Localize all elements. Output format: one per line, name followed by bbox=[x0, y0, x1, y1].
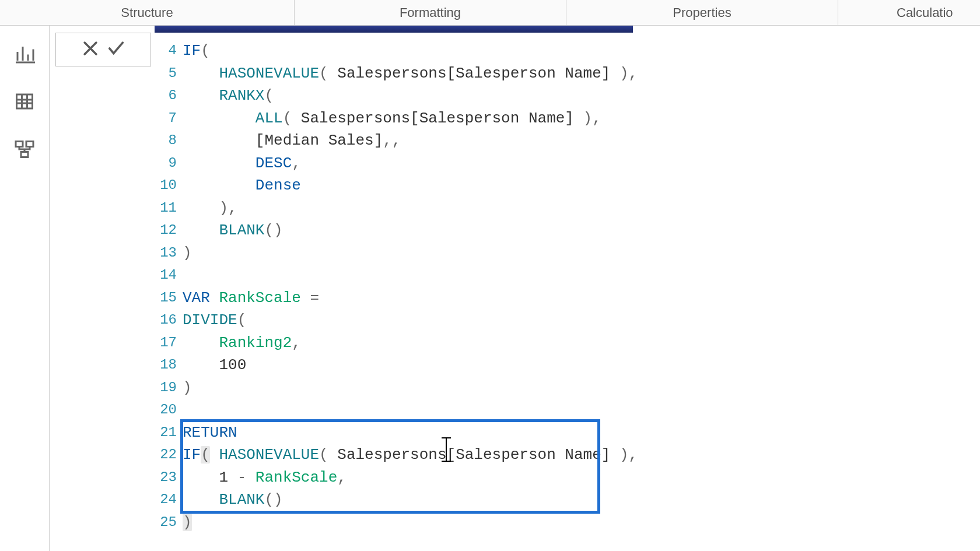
bar-chart-icon[interactable] bbox=[14, 43, 35, 64]
svg-rect-0 bbox=[17, 94, 33, 108]
code-line[interactable]: 1 - RankScale, bbox=[180, 466, 980, 489]
code-line[interactable]: BLANK() bbox=[180, 489, 980, 511]
code-line[interactable]: VAR RankScale = bbox=[180, 287, 980, 310]
line-number: 10 bbox=[155, 174, 180, 197]
svg-rect-3 bbox=[21, 152, 28, 157]
tab-calculation[interactable]: Calculatio bbox=[838, 0, 980, 25]
line-number: 9 bbox=[155, 152, 180, 175]
close-icon[interactable] bbox=[80, 38, 100, 61]
code-line[interactable]: Dense bbox=[180, 174, 980, 197]
code-line[interactable] bbox=[180, 264, 980, 287]
code-line[interactable] bbox=[180, 399, 980, 422]
code-line[interactable]: RANKX( bbox=[180, 85, 980, 107]
line-number: 11 bbox=[155, 197, 180, 220]
line-number: 18 bbox=[155, 354, 180, 377]
ribbon-active-strip bbox=[155, 26, 633, 33]
code-line[interactable]: ) bbox=[180, 511, 980, 534]
code-line[interactable]: RETURN bbox=[180, 422, 980, 444]
code-line[interactable]: ALL( Salespersons[Salesperson Name] ), bbox=[180, 107, 980, 130]
code-line[interactable]: ) bbox=[180, 377, 980, 399]
line-number: 23 bbox=[155, 466, 180, 489]
code-line[interactable]: IF( HASONEVALUE( Salespersons[Salesperso… bbox=[180, 444, 980, 466]
code-line[interactable]: Ranking2, bbox=[180, 332, 980, 355]
model-icon[interactable] bbox=[14, 139, 35, 160]
line-number: 12 bbox=[155, 219, 180, 242]
code-line[interactable]: IF( bbox=[180, 40, 980, 62]
formula-action-box bbox=[55, 33, 151, 66]
line-number: 4 bbox=[155, 40, 180, 62]
line-number: 5 bbox=[155, 62, 180, 85]
line-number: 16 bbox=[155, 309, 180, 332]
line-number: 7 bbox=[155, 107, 180, 130]
formula-action-bar bbox=[55, 33, 151, 66]
svg-rect-1 bbox=[16, 142, 23, 147]
code-area[interactable]: IF( HASONEVALUE( Salespersons[Salesperso… bbox=[180, 33, 980, 551]
code-line[interactable]: BLANK() bbox=[180, 219, 980, 242]
code-line[interactable]: ) bbox=[180, 242, 980, 265]
code-line[interactable]: DESC, bbox=[180, 152, 980, 175]
line-number: 19 bbox=[155, 377, 180, 399]
svg-rect-2 bbox=[26, 142, 33, 147]
code-line[interactable]: DIVIDE( bbox=[180, 309, 980, 332]
code-line[interactable]: HASONEVALUE( Salespersons[Salesperson Na… bbox=[180, 62, 980, 85]
line-number: 25 bbox=[155, 511, 180, 534]
code-line[interactable]: ), bbox=[180, 197, 980, 220]
line-number: 17 bbox=[155, 332, 180, 355]
line-number: 22 bbox=[155, 444, 180, 466]
line-number: 20 bbox=[155, 399, 180, 422]
line-number: 21 bbox=[155, 422, 180, 444]
line-number: 14 bbox=[155, 264, 180, 287]
line-number: 15 bbox=[155, 287, 180, 310]
text-cursor-icon bbox=[446, 438, 447, 461]
line-number-gutter: 45678910111213141516171819202122232425 bbox=[155, 33, 180, 551]
tab-properties[interactable]: Properties bbox=[566, 0, 838, 25]
code-line[interactable]: [Median Sales],, bbox=[180, 129, 980, 152]
dax-editor[interactable]: 45678910111213141516171819202122232425 I… bbox=[155, 33, 980, 551]
line-number: 24 bbox=[155, 489, 180, 511]
table-icon[interactable] bbox=[14, 91, 35, 112]
line-number: 8 bbox=[155, 129, 180, 152]
tab-formatting[interactable]: Formatting bbox=[295, 0, 566, 25]
line-number: 13 bbox=[155, 242, 180, 265]
ribbon-tabs: Structure Formatting Properties Calculat… bbox=[0, 0, 980, 26]
code-line[interactable]: 100 bbox=[180, 354, 980, 377]
view-switcher bbox=[0, 26, 50, 551]
tab-structure[interactable]: Structure bbox=[0, 0, 295, 25]
check-icon[interactable] bbox=[106, 38, 126, 61]
line-number: 6 bbox=[155, 85, 180, 107]
